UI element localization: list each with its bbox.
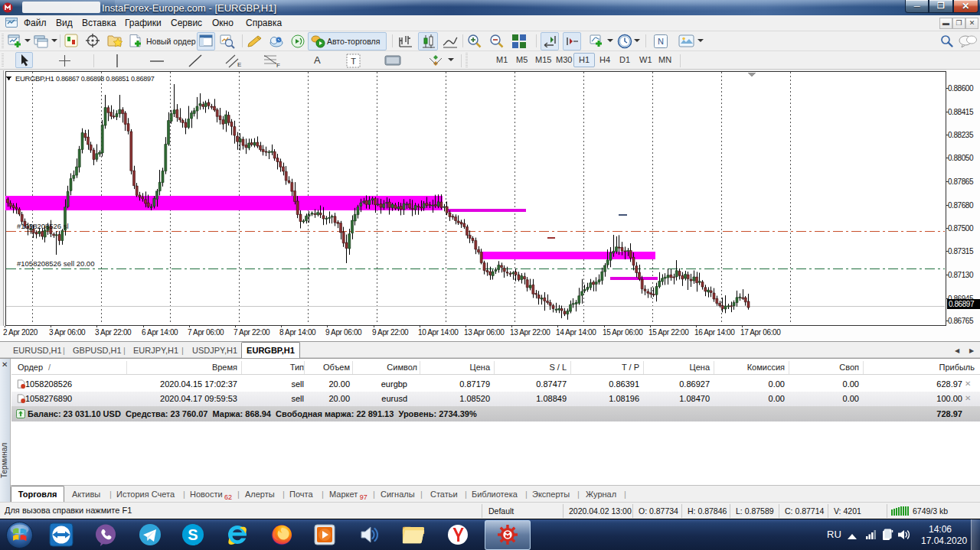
svg-text:8 Apr 14:00: 8 Apr 14:00	[279, 328, 316, 337]
svg-text:15 Apr 22:00: 15 Apr 22:00	[648, 328, 689, 337]
svg-text:2 Apr 2020: 2 Apr 2020	[3, 328, 38, 337]
svg-text:F: F	[276, 62, 280, 68]
svg-text:0.87130: 0.87130	[948, 271, 974, 279]
svg-text:0.87500: 0.87500	[948, 224, 974, 233]
svg-text:3 Apr 22:00: 3 Apr 22:00	[95, 328, 132, 337]
svg-text:0.87680: 0.87680	[948, 201, 974, 210]
svg-text:7 Apr 06:00: 7 Apr 06:00	[188, 328, 224, 337]
svg-text:T: T	[351, 57, 356, 66]
svg-text:14 Apr 14:00: 14 Apr 14:00	[556, 328, 596, 337]
svg-text:17 Apr 06:00: 17 Apr 06:00	[740, 328, 781, 337]
svg-text:0.87865: 0.87865	[948, 177, 974, 186]
svg-text:6 Apr 14:00: 6 Apr 14:00	[142, 328, 178, 337]
svg-text:15 Apr 06:00: 15 Apr 06:00	[603, 328, 643, 337]
svg-text:0.86765: 0.86765	[948, 317, 974, 325]
svg-text:0.87315: 0.87315	[948, 247, 974, 255]
svg-text:S: S	[188, 526, 198, 543]
svg-text:0.86867 0.86898 0.86851 0.8: 0.86867 0.86898 0.86851 0.86897	[56, 75, 155, 83]
svg-text:13 Apr 22:00: 13 Apr 22:00	[510, 328, 550, 337]
svg-text:3 Apr 06:00: 3 Apr 06:00	[49, 328, 86, 337]
svg-text:#1058208526 sell 20.00: #1058208526 sell 20.00	[17, 259, 94, 268]
svg-text:0.88415: 0.88415	[948, 108, 974, 116]
svg-text:N: N	[658, 37, 664, 46]
svg-text:0.86897: 0.86897	[949, 300, 975, 308]
svg-text:9 Apr 06:00: 9 Apr 06:00	[325, 328, 362, 337]
svg-text:7 Apr 22:00: 7 Apr 22:00	[234, 328, 270, 337]
svg-text:16 Apr 14:00: 16 Apr 14:00	[694, 328, 735, 337]
svg-text:0.88235: 0.88235	[948, 131, 974, 139]
svg-text:9 Apr 22:00: 9 Apr 22:00	[372, 328, 409, 337]
svg-text:13 Apr 06:00: 13 Apr 06:00	[464, 328, 505, 337]
svg-text:0.88600: 0.88600	[948, 84, 974, 93]
svg-text:#1058208526 sl: #1058208526 sl	[17, 222, 69, 230]
svg-text:EURGBP,H1: EURGBP,H1	[15, 74, 54, 83]
svg-text:E: E	[237, 61, 241, 68]
svg-text:0.88050: 0.88050	[948, 154, 974, 162]
svg-text:10 Apr 14:00: 10 Apr 14:00	[418, 328, 459, 337]
